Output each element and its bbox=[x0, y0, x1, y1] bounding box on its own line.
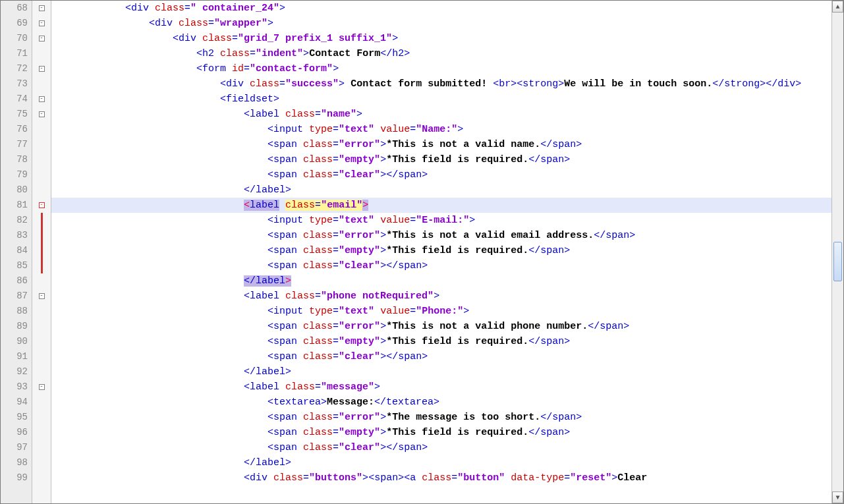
code-token: = bbox=[333, 442, 339, 453]
fold-minus-icon[interactable]: - bbox=[39, 202, 45, 208]
fold-cell[interactable]: - bbox=[32, 1, 51, 16]
code-line[interactable]: <span class="empty">*This field is requi… bbox=[51, 334, 831, 349]
fold-cell bbox=[32, 304, 51, 319]
code-area[interactable]: <div class=" container_24"> <div class="… bbox=[51, 1, 831, 503]
code-line[interactable]: <span class="error">*This is not a valid… bbox=[51, 137, 831, 152]
fold-cell bbox=[32, 228, 51, 243]
code-line[interactable]: <div class="success"> Contact form submi… bbox=[51, 76, 831, 92]
fold-minus-icon[interactable]: - bbox=[39, 66, 45, 72]
vertical-scrollbar[interactable]: ▲ ▼ bbox=[831, 1, 843, 503]
code-line[interactable]: <input type="text" value="Phone:"> bbox=[51, 304, 831, 319]
code-line[interactable]: <textarea>Message:</textarea> bbox=[51, 395, 831, 410]
code-line[interactable]: <span class="clear"></span> bbox=[51, 258, 831, 273]
code-token: class bbox=[303, 427, 333, 438]
line-number: 91 bbox=[1, 349, 32, 364]
fold-minus-icon[interactable]: - bbox=[39, 293, 45, 299]
code-line[interactable]: <span class="empty">*This field is requi… bbox=[51, 425, 831, 440]
code-token: "empty" bbox=[339, 336, 380, 347]
code-token: = bbox=[410, 124, 416, 135]
code-line[interactable]: <input type="text" value="Name:"> bbox=[51, 122, 831, 137]
code-line[interactable]: <span class="empty">*This field is requi… bbox=[51, 152, 831, 167]
code-token: <span><a bbox=[368, 472, 422, 484]
code-line[interactable]: <span class="clear"></span> bbox=[51, 167, 831, 182]
code-line[interactable]: <label class="phone notRequired"> bbox=[51, 289, 831, 304]
code-line[interactable]: <span class="clear"></span> bbox=[51, 440, 831, 455]
code-line[interactable]: <div class="buttons"><span><a class="but… bbox=[51, 470, 831, 486]
fold-cell[interactable]: - bbox=[32, 16, 51, 31]
line-number: 80 bbox=[1, 182, 32, 198]
fold-cell bbox=[32, 122, 51, 137]
code-token: *This field is required. bbox=[386, 427, 528, 438]
code-line[interactable]: <div class="grid_7 prefix_1 suffix_1"> bbox=[51, 31, 831, 46]
fold-minus-icon[interactable]: - bbox=[39, 36, 45, 42]
fold-cell[interactable]: - bbox=[32, 107, 51, 122]
scroll-down-icon[interactable]: ▼ bbox=[832, 491, 843, 503]
code-token: "Name:" bbox=[416, 124, 457, 135]
code-line[interactable]: </label> bbox=[51, 182, 831, 198]
code-token: <input bbox=[267, 124, 309, 135]
fold-cell[interactable]: - bbox=[32, 379, 51, 395]
code-token: class bbox=[303, 351, 333, 362]
code-token: = bbox=[208, 18, 214, 29]
fold-cell[interactable]: - bbox=[32, 198, 51, 213]
fold-gutter: --------- bbox=[32, 1, 51, 503]
fold-minus-icon[interactable]: - bbox=[39, 20, 45, 26]
code-line[interactable]: <label class="email"> bbox=[51, 198, 831, 213]
code-token: Contact Form bbox=[309, 48, 380, 59]
code-token: <span bbox=[267, 321, 303, 332]
line-number: 78 bbox=[1, 152, 32, 167]
code-token: </h2> bbox=[380, 48, 410, 59]
code-token bbox=[279, 200, 285, 211]
code-line[interactable]: <label class="name"> bbox=[51, 107, 831, 122]
code-token: class bbox=[179, 18, 208, 29]
code-line[interactable]: <fieldset> bbox=[51, 92, 831, 107]
code-token: "clear" bbox=[339, 169, 380, 181]
code-line[interactable]: <input type="text" value="E-mail:"> bbox=[51, 213, 831, 228]
code-line[interactable]: </label> bbox=[51, 273, 831, 289]
code-token: = bbox=[333, 124, 339, 135]
fold-cell bbox=[32, 243, 51, 258]
code-token: "error" bbox=[339, 412, 380, 423]
code-line[interactable]: <span class="clear"></span> bbox=[51, 349, 831, 364]
code-token: "empty" bbox=[339, 245, 380, 256]
code-line[interactable]: <div class=" container_24"> bbox=[51, 1, 831, 16]
code-token: <span bbox=[267, 169, 303, 181]
code-token: class bbox=[303, 230, 333, 241]
code-line[interactable]: <div class="wrapper"> bbox=[51, 16, 831, 31]
code-line[interactable]: <label class="message"> bbox=[51, 379, 831, 395]
fold-cell[interactable]: - bbox=[32, 289, 51, 304]
code-line[interactable]: <span class="error">*This is not a valid… bbox=[51, 228, 831, 243]
code-line[interactable]: <span class="error">*This is not a valid… bbox=[51, 319, 831, 334]
fold-minus-icon[interactable]: - bbox=[39, 111, 45, 117]
code-token: "button" bbox=[457, 472, 505, 484]
code-token: "success" bbox=[285, 78, 339, 90]
code-line[interactable]: <span class="error">*The message is too … bbox=[51, 410, 831, 425]
fold-minus-icon[interactable]: - bbox=[39, 384, 45, 390]
line-number: 73 bbox=[1, 76, 32, 92]
code-line[interactable]: </label> bbox=[51, 364, 831, 379]
code-token: <textarea> bbox=[267, 397, 327, 408]
code-line[interactable]: </label> bbox=[51, 455, 831, 470]
line-number: 97 bbox=[1, 440, 32, 455]
fold-cell[interactable]: - bbox=[32, 31, 51, 46]
code-token: type bbox=[309, 124, 333, 135]
code-token: </span> bbox=[528, 245, 570, 256]
fold-cell bbox=[32, 213, 51, 228]
code-token: "empty" bbox=[339, 154, 380, 165]
scrollbar-thumb[interactable] bbox=[833, 242, 842, 281]
code-token: </span> bbox=[386, 351, 428, 362]
fold-cell[interactable]: - bbox=[32, 61, 51, 76]
fold-minus-icon[interactable]: - bbox=[39, 96, 45, 102]
line-number: 72 bbox=[1, 61, 32, 76]
code-line[interactable]: <h2 class="indent">Contact Form</h2> bbox=[51, 46, 831, 61]
fold-minus-icon[interactable]: - bbox=[39, 5, 45, 11]
scroll-up-icon[interactable]: ▲ bbox=[832, 1, 843, 13]
code-token: > bbox=[380, 351, 386, 362]
code-line[interactable]: <span class="empty">*This field is requi… bbox=[51, 243, 831, 258]
code-line[interactable]: <form id="contact-form"> bbox=[51, 61, 831, 76]
code-token: </span> bbox=[588, 321, 629, 332]
code-token: = bbox=[333, 215, 339, 226]
code-token: = bbox=[315, 109, 321, 120]
fold-cell[interactable]: - bbox=[32, 92, 51, 107]
code-token: > bbox=[463, 306, 469, 317]
